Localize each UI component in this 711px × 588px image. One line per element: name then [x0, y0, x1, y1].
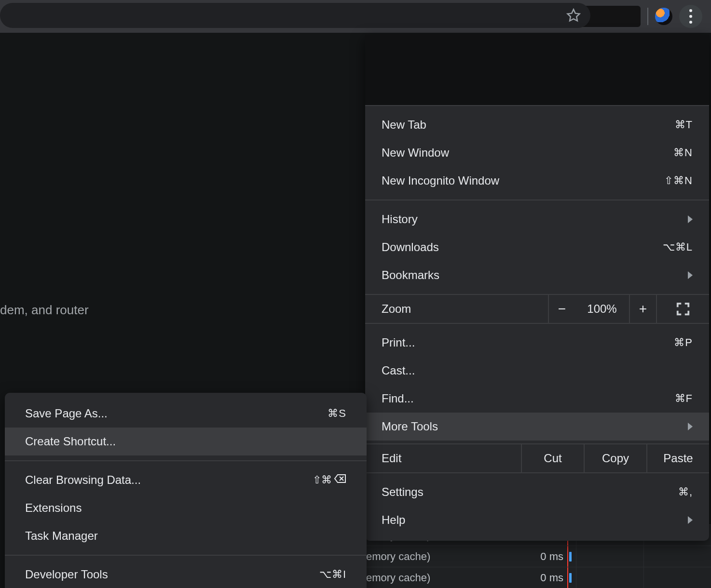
submenu-item-developer-tools[interactable]: Developer Tools ⌥⌘I: [5, 561, 367, 588]
menu-label: New Incognito Window: [382, 174, 499, 187]
menu-item-cast[interactable]: Cast...: [365, 357, 709, 385]
zoom-out-button[interactable]: −: [548, 295, 575, 323]
menu-label: New Window: [382, 146, 449, 160]
menu-item-more-tools[interactable]: More Tools: [365, 413, 709, 441]
edit-cut-button[interactable]: Cut: [521, 444, 584, 472]
chevron-right-icon: [688, 215, 693, 223]
menu-item-new-tab[interactable]: New Tab ⌘T: [365, 111, 709, 139]
omnibox[interactable]: [0, 3, 590, 28]
menu-label: Downloads: [382, 241, 439, 254]
more-tools-submenu: Save Page As... ⌘S Create Shortcut... Cl…: [5, 393, 367, 588]
edit-copy-button[interactable]: Copy: [584, 444, 646, 472]
network-source: emory cache): [364, 572, 498, 584]
avatar[interactable]: [655, 8, 672, 25]
menu-item-downloads[interactable]: Downloads ⌥⌘L: [365, 233, 709, 261]
toolbar-divider: [647, 8, 648, 25]
submenu-item-clear-browsing-data[interactable]: Clear Browsing Data... ⇧⌘: [5, 466, 367, 494]
menu-shortcut: ⌘F: [675, 392, 693, 405]
menu-label: Task Manager: [25, 529, 98, 543]
menu-label: Print...: [382, 336, 415, 349]
zoom-in-button[interactable]: +: [629, 295, 656, 323]
menu-shortcut: ⌘S: [328, 407, 346, 420]
menu-item-new-window[interactable]: New Window ⌘N: [365, 139, 709, 167]
chevron-right-icon: [688, 423, 693, 430]
menu-label: History: [382, 213, 418, 226]
menu-item-history[interactable]: History: [365, 205, 709, 233]
chevron-right-icon: [688, 271, 693, 279]
chrome-main-menu: New Tab ⌘T New Window ⌘N New Incognito W…: [365, 35, 709, 541]
zoom-value: 100%: [575, 295, 629, 323]
menu-item-help[interactable]: Help: [365, 506, 709, 534]
browser-toolbar: [0, 0, 711, 33]
chrome-menu-button[interactable]: [679, 5, 702, 28]
menu-label: Cast...: [382, 364, 415, 377]
network-time: 0 ms: [498, 572, 567, 584]
menu-item-bookmarks[interactable]: Bookmarks: [365, 261, 709, 289]
backspace-icon: [334, 474, 346, 486]
menu-shortcut: ⌘N: [673, 147, 693, 159]
fullscreen-icon: [676, 302, 690, 316]
network-row[interactable]: emory cache) 0 ms: [364, 567, 711, 588]
zoom-label: Zoom: [365, 302, 548, 316]
menu-shortcut: ⌘P: [674, 336, 693, 349]
submenu-item-save-page-as[interactable]: Save Page As... ⌘S: [5, 400, 367, 428]
menu-label: Settings: [382, 485, 424, 499]
edit-paste-button[interactable]: Paste: [646, 444, 709, 472]
network-row[interactable]: emory cache) 0 ms: [364, 546, 711, 567]
submenu-item-task-manager[interactable]: Task Manager: [5, 522, 367, 550]
network-source: emory cache): [364, 550, 498, 563]
menu-label: Developer Tools: [25, 568, 108, 581]
network-waterfall-cell: [567, 546, 576, 567]
svg-marker-0: [568, 10, 580, 21]
menu-shortcut: ⇧⌘: [313, 474, 346, 486]
menu-shortcut: ⇧⌘N: [664, 174, 693, 187]
chevron-right-icon: [688, 516, 693, 524]
menu-label: New Tab: [382, 118, 426, 132]
page-text-fragment: dem, and router: [0, 303, 89, 318]
submenu-item-extensions[interactable]: Extensions: [5, 494, 367, 522]
menu-zoom-row: Zoom − 100% +: [365, 294, 709, 324]
submenu-item-create-shortcut[interactable]: Create Shortcut...: [5, 428, 367, 455]
menu-label: Create Shortcut...: [25, 435, 116, 448]
menu-item-print[interactable]: Print... ⌘P: [365, 329, 709, 357]
star-icon[interactable]: [566, 8, 581, 23]
menu-label: Extensions: [25, 501, 82, 515]
menu-account-header[interactable]: [365, 35, 709, 106]
menu-shortcut: ⌥⌘L: [663, 241, 693, 254]
menu-label: Clear Browsing Data...: [25, 473, 141, 487]
network-waterfall-cell: [567, 567, 576, 588]
menu-item-settings[interactable]: Settings ⌘,: [365, 478, 709, 506]
edit-label: Edit: [365, 452, 521, 465]
kebab-icon: [689, 9, 692, 24]
fullscreen-button[interactable]: [656, 295, 709, 323]
menu-label: More Tools: [382, 420, 438, 433]
menu-label: Save Page As...: [25, 407, 108, 420]
menu-shortcut: ⌘,: [678, 486, 693, 498]
menu-label: Help: [382, 513, 405, 527]
menu-item-new-incognito-window[interactable]: New Incognito Window ⇧⌘N: [365, 167, 709, 195]
network-time: 0 ms: [498, 550, 567, 563]
menu-label: Bookmarks: [382, 268, 439, 282]
menu-shortcut: ⌘T: [675, 119, 693, 131]
menu-shortcut: ⌥⌘I: [319, 568, 346, 581]
menu-edit-row: Edit Cut Copy Paste: [365, 443, 709, 473]
menu-label: Find...: [382, 392, 414, 405]
menu-item-find[interactable]: Find... ⌘F: [365, 385, 709, 413]
